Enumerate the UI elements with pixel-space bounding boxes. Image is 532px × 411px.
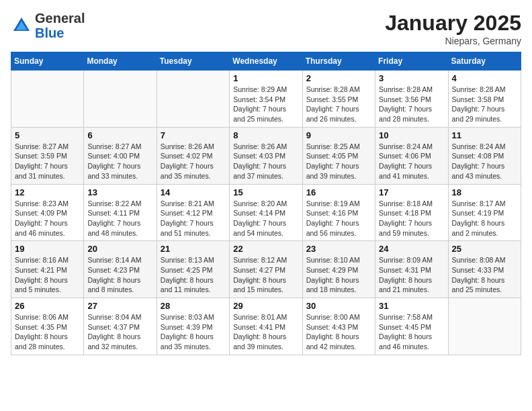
- day-info: Sunrise: 8:16 AM Sunset: 4:21 PM Dayligh…: [15, 255, 80, 295]
- logo-icon: [11, 15, 32, 36]
- day-info: Sunrise: 8:10 AM Sunset: 4:29 PM Dayligh…: [306, 255, 371, 295]
- calendar-cell: 29Sunrise: 8:01 AM Sunset: 4:41 PM Dayli…: [230, 298, 302, 355]
- header-friday: Friday: [375, 52, 448, 71]
- day-number: 2: [306, 73, 371, 83]
- calendar-cell: 6Sunrise: 8:27 AM Sunset: 4:00 PM Daylig…: [84, 127, 157, 184]
- day-number: 30: [306, 301, 371, 311]
- day-info: Sunrise: 8:17 AM Sunset: 4:19 PM Dayligh…: [452, 199, 517, 238]
- logo-text: General Blue: [35, 11, 85, 40]
- day-info: Sunrise: 8:03 AM Sunset: 4:39 PM Dayligh…: [161, 312, 226, 352]
- day-number: 3: [379, 73, 444, 83]
- calendar-cell: 26Sunrise: 8:06 AM Sunset: 4:35 PM Dayli…: [11, 298, 84, 355]
- calendar-cell: 16Sunrise: 8:19 AM Sunset: 4:16 PM Dayli…: [302, 184, 375, 241]
- day-info: Sunrise: 8:27 AM Sunset: 3:59 PM Dayligh…: [15, 142, 80, 181]
- calendar-cell: 28Sunrise: 8:03 AM Sunset: 4:39 PM Dayli…: [157, 298, 229, 355]
- day-number: 10: [379, 130, 444, 140]
- day-number: 18: [452, 187, 517, 197]
- day-number: 4: [452, 73, 517, 83]
- day-info: Sunrise: 8:21 AM Sunset: 4:12 PM Dayligh…: [161, 199, 226, 238]
- day-number: 23: [306, 244, 371, 254]
- calendar-cell: 17Sunrise: 8:18 AM Sunset: 4:18 PM Dayli…: [375, 184, 448, 241]
- day-number: 9: [306, 130, 371, 140]
- day-info: Sunrise: 8:25 AM Sunset: 4:05 PM Dayligh…: [306, 142, 371, 181]
- day-number: 7: [161, 130, 226, 140]
- day-info: Sunrise: 7:58 AM Sunset: 4:45 PM Dayligh…: [379, 312, 444, 352]
- day-number: 12: [15, 187, 80, 197]
- day-info: Sunrise: 8:24 AM Sunset: 4:08 PM Dayligh…: [452, 142, 517, 181]
- day-info: Sunrise: 8:28 AM Sunset: 3:56 PM Dayligh…: [379, 85, 444, 124]
- logo: General Blue: [11, 11, 85, 40]
- header-wednesday: Wednesday: [230, 52, 302, 71]
- calendar-cell: 1Sunrise: 8:29 AM Sunset: 3:54 PM Daylig…: [230, 71, 302, 128]
- day-number: 17: [379, 187, 444, 197]
- day-info: Sunrise: 8:20 AM Sunset: 4:14 PM Dayligh…: [233, 199, 298, 238]
- day-number: 29: [233, 301, 298, 311]
- day-info: Sunrise: 8:00 AM Sunset: 4:43 PM Dayligh…: [306, 312, 371, 352]
- calendar-cell: [157, 71, 229, 128]
- calendar-cell: 9Sunrise: 8:25 AM Sunset: 4:05 PM Daylig…: [302, 127, 375, 184]
- header-thursday: Thursday: [302, 52, 375, 71]
- day-number: 19: [15, 244, 80, 254]
- page-header: General Blue January 2025 Niepars, Germa…: [11, 11, 521, 46]
- day-info: Sunrise: 8:23 AM Sunset: 4:09 PM Dayligh…: [15, 199, 80, 238]
- day-info: Sunrise: 8:09 AM Sunset: 4:31 PM Dayligh…: [379, 255, 444, 295]
- calendar-cell: [84, 71, 157, 128]
- calendar-cell: 10Sunrise: 8:24 AM Sunset: 4:06 PM Dayli…: [375, 127, 448, 184]
- calendar-cell: 23Sunrise: 8:10 AM Sunset: 4:29 PM Dayli…: [302, 241, 375, 298]
- calendar-cell: 2Sunrise: 8:28 AM Sunset: 3:55 PM Daylig…: [302, 71, 375, 128]
- day-number: 8: [233, 130, 298, 140]
- day-info: Sunrise: 8:12 AM Sunset: 4:27 PM Dayligh…: [233, 255, 298, 295]
- calendar-cell: 8Sunrise: 8:26 AM Sunset: 4:03 PM Daylig…: [230, 127, 302, 184]
- day-number: 26: [15, 301, 80, 311]
- day-info: Sunrise: 8:27 AM Sunset: 4:00 PM Dayligh…: [87, 142, 152, 181]
- days-header-row: Sunday Monday Tuesday Wednesday Thursday…: [11, 52, 521, 71]
- day-number: 14: [161, 187, 226, 197]
- calendar-cell: 12Sunrise: 8:23 AM Sunset: 4:09 PM Dayli…: [11, 184, 84, 241]
- day-info: Sunrise: 8:28 AM Sunset: 3:58 PM Dayligh…: [452, 85, 517, 124]
- calendar-cell: 19Sunrise: 8:16 AM Sunset: 4:21 PM Dayli…: [11, 241, 84, 298]
- day-number: 15: [233, 187, 298, 197]
- day-number: 1: [233, 73, 298, 83]
- day-number: 25: [452, 244, 517, 254]
- day-info: Sunrise: 8:26 AM Sunset: 4:03 PM Dayligh…: [233, 142, 298, 181]
- day-info: Sunrise: 8:19 AM Sunset: 4:16 PM Dayligh…: [306, 199, 371, 238]
- calendar-cell: 27Sunrise: 8:04 AM Sunset: 4:37 PM Dayli…: [84, 298, 157, 355]
- location: Niepars, Germany: [385, 36, 521, 46]
- day-info: Sunrise: 8:14 AM Sunset: 4:23 PM Dayligh…: [87, 255, 152, 295]
- calendar-cell: 18Sunrise: 8:17 AM Sunset: 4:19 PM Dayli…: [448, 184, 521, 241]
- header-saturday: Saturday: [448, 52, 521, 71]
- calendar-week-1: 1Sunrise: 8:29 AM Sunset: 3:54 PM Daylig…: [11, 71, 521, 128]
- day-number: 27: [87, 301, 152, 311]
- calendar-cell: [448, 298, 521, 355]
- calendar-week-3: 12Sunrise: 8:23 AM Sunset: 4:09 PM Dayli…: [11, 184, 521, 241]
- calendar-cell: 5Sunrise: 8:27 AM Sunset: 3:59 PM Daylig…: [11, 127, 84, 184]
- header-sunday: Sunday: [11, 52, 84, 71]
- day-number: 6: [87, 130, 152, 140]
- day-number: 16: [306, 187, 371, 197]
- calendar-cell: 20Sunrise: 8:14 AM Sunset: 4:23 PM Dayli…: [84, 241, 157, 298]
- calendar-week-4: 19Sunrise: 8:16 AM Sunset: 4:21 PM Dayli…: [11, 241, 521, 298]
- day-number: 13: [87, 187, 152, 197]
- calendar-week-2: 5Sunrise: 8:27 AM Sunset: 3:59 PM Daylig…: [11, 127, 521, 184]
- calendar-table: Sunday Monday Tuesday Wednesday Thursday…: [11, 52, 521, 355]
- day-number: 28: [161, 301, 226, 311]
- day-number: 5: [15, 130, 80, 140]
- day-info: Sunrise: 8:06 AM Sunset: 4:35 PM Dayligh…: [15, 312, 80, 352]
- day-number: 24: [379, 244, 444, 254]
- calendar-cell: 21Sunrise: 8:13 AM Sunset: 4:25 PM Dayli…: [157, 241, 229, 298]
- day-info: Sunrise: 8:18 AM Sunset: 4:18 PM Dayligh…: [379, 199, 444, 238]
- calendar-cell: 22Sunrise: 8:12 AM Sunset: 4:27 PM Dayli…: [230, 241, 302, 298]
- day-number: 21: [161, 244, 226, 254]
- calendar-cell: 11Sunrise: 8:24 AM Sunset: 4:08 PM Dayli…: [448, 127, 521, 184]
- calendar-cell: 4Sunrise: 8:28 AM Sunset: 3:58 PM Daylig…: [448, 71, 521, 128]
- calendar-cell: 13Sunrise: 8:22 AM Sunset: 4:11 PM Dayli…: [84, 184, 157, 241]
- calendar-cell: 7Sunrise: 8:26 AM Sunset: 4:02 PM Daylig…: [157, 127, 229, 184]
- day-info: Sunrise: 8:26 AM Sunset: 4:02 PM Dayligh…: [161, 142, 226, 181]
- calendar-cell: 30Sunrise: 8:00 AM Sunset: 4:43 PM Dayli…: [302, 298, 375, 355]
- day-info: Sunrise: 8:24 AM Sunset: 4:06 PM Dayligh…: [379, 142, 444, 181]
- calendar-cell: [11, 71, 84, 128]
- calendar-cell: 14Sunrise: 8:21 AM Sunset: 4:12 PM Dayli…: [157, 184, 229, 241]
- day-info: Sunrise: 8:22 AM Sunset: 4:11 PM Dayligh…: [87, 199, 152, 238]
- day-number: 22: [233, 244, 298, 254]
- calendar-cell: 24Sunrise: 8:09 AM Sunset: 4:31 PM Dayli…: [375, 241, 448, 298]
